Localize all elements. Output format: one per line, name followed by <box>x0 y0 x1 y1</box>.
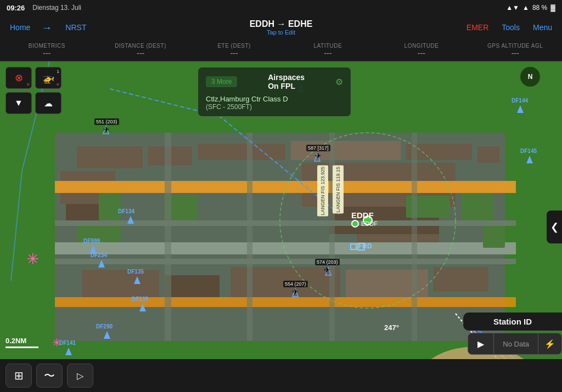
more-button[interactable]: 3 More <box>206 76 237 87</box>
frd-label: FRD <box>350 242 372 250</box>
svg-marker-40 <box>526 156 533 163</box>
frd-box <box>350 243 357 250</box>
compass-north: N <box>528 73 533 81</box>
collapse-icon: ❮ <box>550 221 559 233</box>
layers-icon: ⊞ <box>14 369 24 382</box>
latitude-col: LATITUDE --- <box>281 41 375 60</box>
bolt-icon: ⚡ <box>544 339 555 349</box>
svg-rect-24 <box>55 259 516 264</box>
biometrics-col: BIOMETRICS --- <box>0 41 94 60</box>
wifi-icon: ▲▼ <box>506 4 519 12</box>
eddf-marker: EDDF <box>351 220 378 228</box>
chart-icon: 〜 <box>44 368 55 383</box>
svg-text:247°: 247° <box>384 323 399 332</box>
waypoint-df290: DF290 <box>96 323 113 329</box>
airspace-name: Ctlz,Hamburg Ctr Class D <box>206 95 343 103</box>
home-button[interactable]: Home <box>4 20 36 35</box>
tap-to-edit[interactable]: Tap to Edit <box>250 29 313 36</box>
svg-rect-33 <box>329 133 335 341</box>
latitude-label: LATITUDE <box>283 43 373 49</box>
alt-text-3: 574 (203) <box>315 259 340 265</box>
signal-icon: ▲ <box>522 4 529 12</box>
airspace-panel-title: AirspacesOn FPL <box>268 73 305 90</box>
nodata-row: ▶ No Data ⚡ <box>468 333 562 355</box>
alt-text-2: 587 [317] <box>306 145 330 151</box>
play-button[interactable]: ▶ <box>468 333 494 355</box>
biometrics-label: BIOMETRICS <box>2 43 92 49</box>
ete-value: --- <box>189 49 279 58</box>
alt-marker-1: 551 (203) ✈ <box>94 118 119 134</box>
location-button[interactable]: ▷ <box>67 363 93 388</box>
battery-icon: ▓ <box>550 4 555 12</box>
svg-text:✳: ✳ <box>26 251 39 268</box>
longitude-col: LONGITUDE --- <box>375 41 469 60</box>
collapse-button[interactable]: ❮ <box>547 211 562 243</box>
nav-right-buttons: EMER Tools Menu <box>461 20 558 35</box>
svg-rect-30 <box>483 226 505 248</box>
svg-rect-4 <box>148 146 192 166</box>
freq-label-1: LANGEN FIS 123.925 <box>317 166 328 217</box>
svg-rect-10 <box>329 207 439 234</box>
waypoint-df235: DF235 <box>132 296 148 302</box>
svg-marker-45 <box>139 304 146 311</box>
station-panel: Station ID ▶ No Data ⚡ <box>463 308 562 359</box>
weather-btn[interactable]: ☁ <box>35 92 61 114</box>
map[interactable]: 247° ✳ ✳ DF363 DF144 DF145 DF134 DF999 <box>0 61 562 392</box>
svg-rect-25 <box>99 193 121 220</box>
bolt-button[interactable]: ⚡ <box>538 333 562 355</box>
route-title: EDDH → EDHE <box>250 19 313 29</box>
eddf-label: EDDF EDDF <box>351 211 378 228</box>
svg-rect-7 <box>406 144 472 160</box>
weather-icon: ☁ <box>44 98 53 109</box>
filter-num: 1 <box>57 69 59 74</box>
waypoint-df135: DF135 <box>127 269 144 275</box>
longitude-value: --- <box>377 49 467 58</box>
menu-button[interactable]: Menu <box>527 20 558 35</box>
svg-rect-5 <box>198 144 285 160</box>
nodata-label: No Data <box>494 333 538 355</box>
svg-rect-18 <box>434 267 488 292</box>
gear-icon[interactable]: ⚙ <box>335 77 343 87</box>
left-panel-buttons: ⊗ ✕ 🚁 ✕ ▼ 1 ☁ <box>5 67 61 114</box>
gps-alt-col: GPS ALTITUDE AGL --- <box>468 41 562 60</box>
no-fly-btn[interactable]: ⊗ ✕ <box>5 67 32 89</box>
filter-icon: ▼ <box>14 98 23 108</box>
svg-marker-46 <box>104 331 110 339</box>
svg-rect-31 <box>165 133 171 341</box>
bottom-bar: ⊞ 〜 ▷ <box>0 359 562 392</box>
eddf-code: EDDF <box>351 211 378 220</box>
status-icons: ▲▼ ▲ 88 % ▓ <box>506 4 555 12</box>
nav-arrow-icon[interactable]: → <box>36 18 58 37</box>
svg-rect-34 <box>412 133 417 341</box>
svg-rect-13 <box>66 204 110 226</box>
svg-rect-8 <box>477 146 499 163</box>
svg-rect-19 <box>55 181 516 193</box>
airspace-alt: (SFC - 2500FT) <box>206 103 343 111</box>
top-button-row: ⊗ ✕ 🚁 ✕ <box>5 67 61 89</box>
date-display: Dienstag 13. Juli <box>32 4 81 12</box>
svg-line-1 <box>11 171 22 281</box>
svg-marker-41 <box>127 216 134 224</box>
nrst-button[interactable]: NRST <box>60 20 92 35</box>
location-icon: ▷ <box>77 371 83 381</box>
chart-button[interactable]: 〜 <box>36 363 63 388</box>
svg-rect-3 <box>77 146 143 168</box>
emer-button[interactable]: EMER <box>461 20 494 35</box>
tools-button[interactable]: Tools <box>496 20 525 35</box>
status-bar: 09:26 Dienstag 13. Juli ▲▼ ▲ 88 % ▓ <box>0 0 562 15</box>
svg-rect-2 <box>55 133 505 341</box>
filter-btn[interactable]: ▼ 1 <box>5 92 32 114</box>
svg-rect-21 <box>55 181 516 193</box>
play-icon: ▶ <box>477 339 484 349</box>
waypoint-df141: DF141 <box>59 340 76 346</box>
biometrics-value: --- <box>2 49 92 58</box>
svg-marker-44 <box>134 276 140 284</box>
no-photo-x-icon: ✕ <box>56 82 60 87</box>
scale-bar: 0.2NM <box>5 337 38 348</box>
alt-text-1: 551 (203) <box>94 118 119 125</box>
time-display: 09:26 <box>7 4 25 12</box>
svg-rect-26 <box>165 196 198 220</box>
svg-rect-17 <box>346 270 428 297</box>
layers-button[interactable]: ⊞ <box>5 363 32 388</box>
nodata-text: No Data <box>503 340 529 348</box>
